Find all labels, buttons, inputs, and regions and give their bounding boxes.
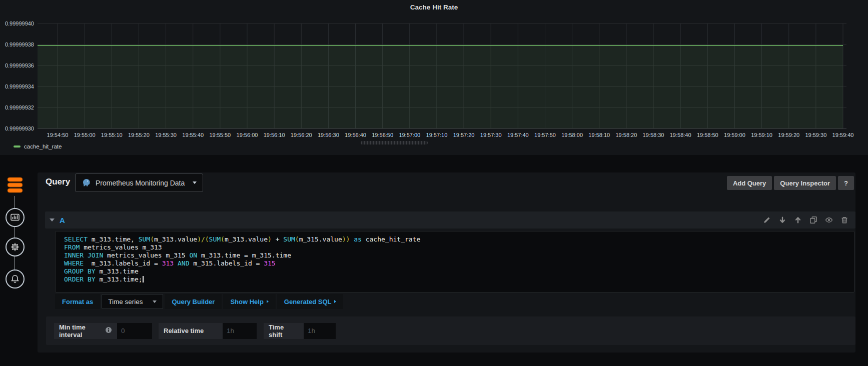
x-tick-label: 19:57:40 xyxy=(507,132,529,138)
x-tick-label: 19:57:00 xyxy=(399,132,420,138)
y-tick-label: 0.99999934 xyxy=(5,84,34,90)
x-tick-label: 19:55:00 xyxy=(74,132,96,138)
y-tick-label: 0.99999936 xyxy=(5,62,34,68)
x-tick-label: 19:54:50 xyxy=(47,132,69,138)
y-tick-label: 0.99999932 xyxy=(5,104,34,110)
x-tick-label: 19:57:30 xyxy=(480,132,502,138)
sidebar-tab-alert[interactable] xyxy=(6,270,25,288)
chart-panel: 0.999999400.999999380.999999360.99999934… xyxy=(0,0,868,155)
x-tick-label: 19:56:10 xyxy=(264,132,285,138)
x-tick-label: 19:58:10 xyxy=(588,132,610,138)
query-options-panel: Min time interval Relative time Time shi… xyxy=(46,316,855,345)
info-icon[interactable] xyxy=(105,326,112,335)
x-tick-label: 19:56:50 xyxy=(372,132,393,138)
postgresql-elephant-icon xyxy=(82,178,91,188)
horizontal-scrollbar[interactable] xyxy=(361,141,428,144)
format-as-label: Format as xyxy=(55,294,100,309)
x-tick-label: 19:55:50 xyxy=(209,132,231,138)
x-tick-label: 19:55:10 xyxy=(101,132,123,138)
text-cursor xyxy=(143,276,144,282)
query-ref-id: A xyxy=(60,216,65,224)
query-inspector-button[interactable]: Query Inspector xyxy=(774,176,836,190)
x-tick-label: 19:59:20 xyxy=(778,132,799,138)
chevron-down-icon xyxy=(153,300,157,303)
sidebar-tab-queries[interactable] xyxy=(4,174,26,196)
x-tick-label: 19:59:10 xyxy=(751,132,772,138)
legend-series-marker xyxy=(14,146,21,148)
sidebar-tab-general[interactable] xyxy=(6,238,25,256)
x-tick-label: 19:59:30 xyxy=(805,132,826,138)
move-up-icon[interactable] xyxy=(794,216,802,224)
x-tick-label: 19:57:10 xyxy=(426,132,448,138)
trash-icon[interactable] xyxy=(840,216,848,224)
y-tick-label: 0.99999940 xyxy=(5,20,34,26)
sidebar-connector-line xyxy=(15,194,15,279)
x-tick-label: 19:56:30 xyxy=(318,132,339,138)
x-tick-label: 19:55:40 xyxy=(182,132,204,138)
time-shift-group: Time shift xyxy=(264,323,336,339)
collapse-caret-icon xyxy=(50,218,55,222)
x-tick-label: 19:58:20 xyxy=(615,132,637,138)
series-fill xyxy=(38,46,843,128)
caret-right-icon xyxy=(334,300,336,303)
x-tick-label: 19:57:50 xyxy=(534,132,556,138)
x-tick-label: 19:56:20 xyxy=(291,132,312,138)
help-button[interactable]: ? xyxy=(838,176,854,190)
sql-line: SELECT m_313.time, SUM(m_313.value)/(SUM… xyxy=(64,236,854,244)
panel-title: Cache Hit Rate xyxy=(0,4,868,11)
query-row-header: A xyxy=(45,212,855,228)
caret-right-icon xyxy=(267,300,269,303)
format-dropdown-value: Time series xyxy=(108,298,143,306)
min-time-interval-input[interactable] xyxy=(117,323,152,339)
query-builder-button[interactable]: Query Builder xyxy=(165,294,222,309)
generated-sql-button[interactable]: Generated SQL xyxy=(277,294,344,309)
add-query-button[interactable]: Add Query xyxy=(727,176,772,190)
sidebar-tab-visualization[interactable] xyxy=(6,208,25,227)
eye-icon[interactable] xyxy=(825,216,833,224)
datasource-name: Prometheus Monitoring Data xyxy=(96,179,185,187)
sql-line: GROUP BY m_313.time xyxy=(64,268,854,276)
query-collapse-toggle[interactable]: A xyxy=(45,216,65,224)
bell-icon xyxy=(10,274,20,284)
legend-series-label: cache_hit_rate xyxy=(24,144,62,150)
time-shift-label: Time shift xyxy=(264,323,304,339)
database-icon xyxy=(6,177,24,193)
y-tick-label: 0.99999938 xyxy=(5,42,34,48)
sql-line: WHERE m_313.labels_id = 313 AND m_315.la… xyxy=(64,260,854,268)
x-tick-label: 19:58:40 xyxy=(670,132,691,138)
time-series-chart: 0.999999400.999999380.999999360.99999934… xyxy=(0,0,868,155)
chevron-down-icon xyxy=(193,182,197,184)
query-section-title: Query xyxy=(46,177,70,187)
datasource-picker[interactable]: Prometheus Monitoring Data xyxy=(75,174,203,192)
x-tick-label: 19:56:40 xyxy=(345,132,366,138)
sql-line: ORDER BY m_313.time; xyxy=(64,276,854,284)
sql-code-editor[interactable]: SELECT m_313.time, SUM(m_313.value)/(SUM… xyxy=(55,231,854,292)
time-shift-input[interactable] xyxy=(304,323,336,339)
x-tick-label: 19:57:20 xyxy=(453,132,475,138)
x-tick-label: 19:58:30 xyxy=(643,132,664,138)
min-time-interval-label: Min time interval xyxy=(54,323,117,339)
x-tick-label: 19:55:30 xyxy=(155,132,177,138)
gear-icon xyxy=(10,242,20,252)
relative-time-group: Relative time xyxy=(159,323,259,339)
sql-editor-toolbar: Format as Time series Query Builder Show… xyxy=(55,294,343,309)
sql-line: INNER JOIN metrics_values m_315 ON m_313… xyxy=(64,252,854,260)
legend-item-cache-hit-rate[interactable]: cache_hit_rate xyxy=(14,144,62,150)
bar-chart-icon xyxy=(10,212,20,222)
show-help-button[interactable]: Show Help xyxy=(223,294,275,309)
x-tick-label: 19:58:00 xyxy=(561,132,583,138)
format-dropdown[interactable]: Time series xyxy=(102,294,163,309)
x-tick-label: 19:59:00 xyxy=(724,132,745,138)
generated-sql-label: Generated SQL xyxy=(284,298,332,306)
show-help-label: Show Help xyxy=(230,298,263,306)
y-tick-label: 0.99999930 xyxy=(5,126,34,132)
relative-time-input[interactable] xyxy=(223,323,257,339)
move-down-icon[interactable] xyxy=(778,216,786,224)
duplicate-icon[interactable] xyxy=(809,216,817,224)
x-tick-label: 19:59:40 xyxy=(832,132,854,138)
edit-pencil-icon[interactable] xyxy=(763,216,771,224)
x-tick-label: 19:58:50 xyxy=(697,132,718,138)
x-tick-label: 19:55:20 xyxy=(128,132,150,138)
x-tick-label: 19:56:00 xyxy=(237,132,258,138)
sql-line: FROM metrics_values m_313 xyxy=(64,244,854,252)
